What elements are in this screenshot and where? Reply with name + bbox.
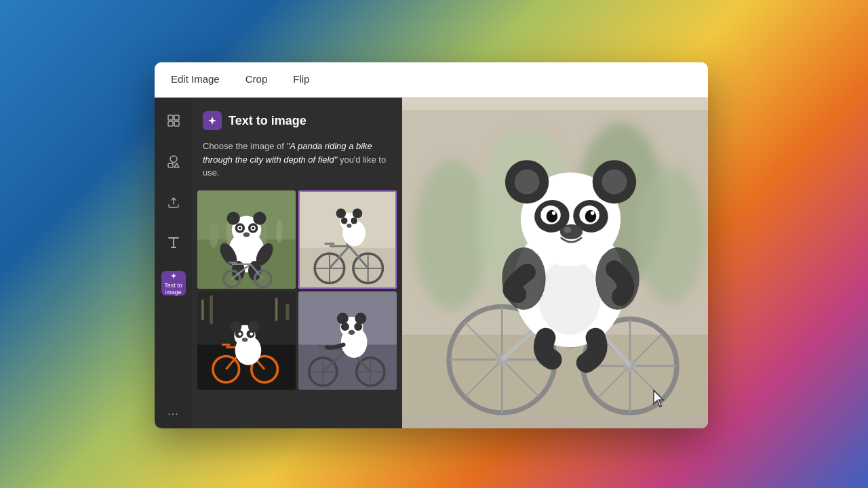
panel-title: Text to image bbox=[229, 114, 307, 128]
toolbar: Edit Image Crop Flip bbox=[155, 62, 708, 98]
svg-point-141 bbox=[560, 224, 583, 239]
svg-point-89 bbox=[337, 312, 349, 324]
image-grid bbox=[192, 190, 402, 395]
svg-rect-4 bbox=[168, 163, 173, 167]
svg-point-126 bbox=[502, 247, 545, 310]
svg-point-130 bbox=[515, 169, 540, 195]
svg-rect-34 bbox=[298, 190, 397, 289]
svg-line-43 bbox=[349, 246, 368, 268]
svg-point-70 bbox=[242, 338, 248, 342]
svg-point-123 bbox=[538, 260, 601, 334]
svg-point-52 bbox=[351, 217, 357, 224]
svg-marker-5 bbox=[174, 163, 179, 167]
image-cell-2[interactable] bbox=[298, 190, 397, 289]
svg-point-50 bbox=[353, 208, 363, 218]
image-cell-4[interactable] bbox=[298, 291, 397, 390]
svg-rect-74 bbox=[286, 304, 290, 320]
svg-point-51 bbox=[341, 217, 348, 224]
main-image-area bbox=[402, 98, 708, 428]
svg-point-53 bbox=[347, 223, 351, 227]
svg-point-12 bbox=[276, 220, 283, 243]
svg-point-47 bbox=[342, 220, 366, 246]
sidebar-icon-ai-label: Text to image bbox=[161, 282, 186, 296]
main-panda-svg bbox=[402, 98, 708, 428]
image-cell-1[interactable] bbox=[197, 190, 296, 289]
svg-point-91 bbox=[341, 322, 349, 330]
svg-rect-2 bbox=[168, 121, 173, 126]
app-window: Edit Image Crop Flip bbox=[155, 62, 708, 428]
panel: Text to image Choose the image of "A pan… bbox=[192, 98, 402, 428]
svg-point-138 bbox=[585, 210, 597, 222]
svg-rect-72 bbox=[210, 296, 213, 324]
svg-rect-73 bbox=[275, 298, 278, 321]
svg-point-92 bbox=[354, 322, 362, 330]
svg-point-21 bbox=[239, 226, 241, 229]
svg-point-137 bbox=[547, 210, 558, 222]
svg-point-140 bbox=[591, 211, 595, 216]
svg-point-127 bbox=[595, 247, 639, 310]
sidebar-icon-upload[interactable] bbox=[161, 190, 186, 214]
panel-header: Text to image bbox=[192, 98, 402, 140]
panel-icon bbox=[203, 111, 222, 130]
svg-point-16 bbox=[253, 211, 266, 224]
svg-line-42 bbox=[330, 246, 349, 268]
svg-point-37 bbox=[353, 253, 383, 283]
svg-rect-3 bbox=[174, 121, 179, 126]
svg-point-139 bbox=[552, 211, 556, 216]
svg-point-93 bbox=[349, 329, 355, 334]
svg-point-9 bbox=[209, 223, 219, 247]
svg-point-98 bbox=[636, 166, 705, 303]
svg-point-132 bbox=[602, 169, 627, 195]
svg-rect-35 bbox=[298, 247, 397, 288]
svg-point-142 bbox=[564, 227, 571, 233]
svg-rect-0 bbox=[168, 115, 173, 120]
sidebar-more[interactable]: ... bbox=[167, 405, 178, 418]
svg-rect-46 bbox=[346, 242, 357, 245]
toolbar-flip[interactable]: Flip bbox=[290, 69, 312, 90]
svg-point-68 bbox=[238, 332, 241, 336]
sidebar-icon-text[interactable] bbox=[161, 230, 186, 255]
svg-point-15 bbox=[227, 211, 240, 224]
sidebar-icon-shapes[interactable] bbox=[161, 149, 186, 174]
toolbar-edit-image[interactable]: Edit Image bbox=[168, 69, 222, 90]
panel-description: Choose the image of "A panda riding a bi… bbox=[192, 140, 402, 190]
svg-point-69 bbox=[250, 332, 253, 336]
main-content: Text to image ... Text to image Choose t… bbox=[155, 98, 708, 428]
svg-point-23 bbox=[243, 232, 250, 237]
svg-point-22 bbox=[252, 226, 254, 229]
description-prefix: Choose the image of bbox=[203, 141, 287, 151]
image-cell-3[interactable] bbox=[197, 291, 296, 390]
svg-rect-71 bbox=[201, 300, 204, 320]
sidebar-icon-layout[interactable] bbox=[161, 108, 186, 133]
toolbar-crop[interactable]: Crop bbox=[243, 69, 271, 90]
svg-rect-1 bbox=[174, 115, 179, 120]
sidebar: Text to image ... bbox=[155, 98, 192, 428]
sidebar-icon-ai[interactable]: Text to image bbox=[161, 271, 186, 296]
svg-point-49 bbox=[336, 208, 347, 218]
svg-point-48 bbox=[340, 212, 359, 230]
svg-point-36 bbox=[315, 253, 344, 283]
svg-point-90 bbox=[355, 312, 366, 324]
